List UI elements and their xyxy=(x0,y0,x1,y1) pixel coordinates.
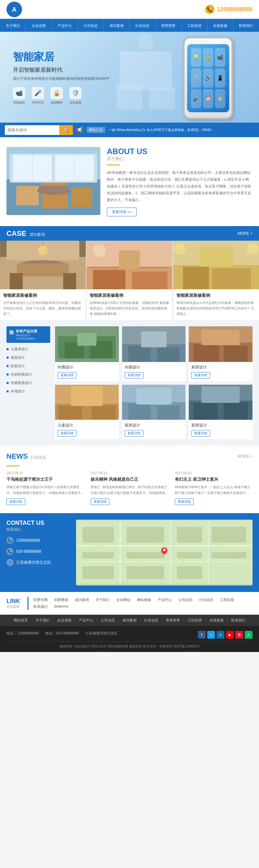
product-item-5[interactable]: 厨房设计 查看详情 xyxy=(122,384,186,439)
sidebar-cat-3[interactable]: 卧室设计 xyxy=(6,363,50,369)
product-img-4 xyxy=(55,384,119,420)
notice-text: 一键 //Www.AdminBuy.Cn 加入VIP即可下载全部模板，联系QQ：… xyxy=(108,128,254,132)
svg-rect-52 xyxy=(141,332,167,347)
nav-item-contact[interactable]: 联系我们 xyxy=(233,20,259,32)
footer-nav-item-0[interactable]: 网站首页 xyxy=(13,618,28,623)
product-item-4[interactable]: 儿童设计 查看详情 xyxy=(55,384,119,439)
link-item-2[interactable]: 成功案例 xyxy=(75,597,89,602)
sidebar-cat-2[interactable]: 厨房设计 xyxy=(6,354,50,361)
footer-nav-item-4[interactable]: 公司动态 xyxy=(101,618,115,623)
nav-item-news[interactable]: 公司动态 xyxy=(78,20,104,32)
footer-nav-item-8[interactable]: 工程实情 xyxy=(187,618,202,623)
search-button[interactable]: 🔍 xyxy=(59,125,73,135)
svg-rect-39 xyxy=(212,268,251,289)
link-item-10[interactable]: 联系我们 xyxy=(33,604,47,609)
product-img-2 xyxy=(122,326,186,362)
about-more-button[interactable]: 查看详情 >> xyxy=(107,208,137,216)
sidebar-cat-5[interactable]: 外观装面设计 xyxy=(6,380,50,386)
footer-nav-item-5[interactable]: 成功案例 xyxy=(122,618,137,623)
nav-item-project[interactable]: 工程实情 xyxy=(182,20,208,32)
nav-item-about[interactable]: 关于我们 xyxy=(0,20,26,32)
product-item-3[interactable]: 厨房设计 查看详情 xyxy=(189,326,253,381)
social-icon-weibo[interactable]: 微 xyxy=(235,631,243,639)
product-item-2[interactable]: 外围设计 查看详情 xyxy=(122,326,186,381)
link-item-3[interactable]: 关于我们 xyxy=(96,597,110,602)
case-item-3[interactable]: 智能家居装修案例 和现代风尚是以人XYZ运用红中的效果，独新的制的和有效配合用照… xyxy=(173,241,259,320)
case-title-3: 智能家居装修案例 xyxy=(177,292,256,299)
link-item-7[interactable]: 公司动态 xyxy=(178,597,193,602)
social-icon-in[interactable]: in xyxy=(217,631,224,639)
nav-item-service[interactable]: 在线客服 xyxy=(208,20,233,32)
hero-icon-shield: 🛡️ 安全监测 xyxy=(69,87,82,105)
news-desc-2: 英格兰, 表现这种风格我们来说，格子的真正在英格兰从格子格兰从格子格兰格格子发展… xyxy=(91,484,168,496)
search-input[interactable] xyxy=(5,125,59,135)
link-item-8[interactable]: 行业动态 xyxy=(199,597,213,602)
product-item-1[interactable]: 外围设计 查看详情 xyxy=(55,326,119,381)
footer-nav-item-1[interactable]: 关于我们 xyxy=(36,618,50,623)
sidebar-cat-6[interactable]: 外墙设计 xyxy=(6,388,50,395)
social-icon-yt[interactable]: ▶ xyxy=(226,631,234,639)
case-img-3 xyxy=(173,241,259,289)
contact-phone1-item: 📞 13588888888 xyxy=(6,537,71,544)
case-item-1[interactable]: 智能家居装修案例 当平板家居设计人们已经对国际化闭厅的问题，优雅的空间设计作品，… xyxy=(0,241,86,320)
case-item-2[interactable]: 智能家居装修案例 以MK标准设计500㎡中的拍的收案，优雅的外墙 着温雅造型达出… xyxy=(86,241,172,320)
news-section: NEWS 行业动态 MORE + 2017-08-15 干鸟格起源于维尔士王子 … xyxy=(0,446,259,513)
product-name-1: 外围设计 xyxy=(58,365,116,370)
map-area xyxy=(76,520,253,586)
news-more-btn-3[interactable]: 查看详情 xyxy=(175,499,194,505)
nav-item-honor[interactable]: 荣誉荣誉 xyxy=(156,20,182,32)
product-item-6[interactable]: 厨房设计 查看详情 xyxy=(189,384,253,439)
svg-rect-88 xyxy=(177,552,202,558)
product-link-6[interactable]: 查看详情 xyxy=(191,430,210,437)
social-icons-area: f t in ▶ 微 人 xyxy=(198,631,253,639)
svg-rect-66 xyxy=(157,405,179,420)
nav-item-advantage[interactable]: 企业优势 xyxy=(26,20,52,32)
sidebar-categories: 儿童房设计 厨房设计 卧室设计 石材样面设计 外观装面设计 外墙设计 xyxy=(6,346,50,395)
link-item-1[interactable]: 织梦教程 xyxy=(54,597,68,602)
footer-nav-item-9[interactable]: 在线客服 xyxy=(210,618,224,623)
contact-title-en: CONTACT US xyxy=(6,520,71,526)
nav-item-cases[interactable]: 成功案例 xyxy=(104,20,130,32)
social-icon-t[interactable]: t xyxy=(207,631,215,639)
hero-banner: 智能家居 开启智能家居新时代 我们于研发多种链接方式能够随时随地控制您智能家居的… xyxy=(0,32,259,123)
link-item-0[interactable]: 织梦官网 xyxy=(33,597,47,602)
footer-nav-item-6[interactable]: 行业动态 xyxy=(144,618,158,623)
social-icon-wechat[interactable]: 人 xyxy=(245,631,253,639)
nav-item-industry[interactable]: 行业动态 xyxy=(130,20,155,32)
svg-rect-17 xyxy=(39,186,68,194)
svg-point-42 xyxy=(247,243,258,255)
news-title-cn: 行业动态 xyxy=(30,455,46,460)
news-title-1: 干鸟格起源于维尔士王子 xyxy=(6,476,84,482)
product-link-3[interactable]: 查看详情 xyxy=(191,372,210,378)
link-item-4[interactable]: 企业网站 xyxy=(116,597,131,602)
social-icon-f[interactable]: f xyxy=(198,631,206,639)
svg-rect-67 xyxy=(136,388,171,404)
news-date-2: 2017-08-15 xyxy=(91,471,168,475)
nav-item-products[interactable]: 产品中心 xyxy=(52,20,78,32)
footer-nav-item-7[interactable]: 荣誉荣誉 xyxy=(166,618,180,623)
link-item-6[interactable]: 产品中心 xyxy=(158,597,172,602)
product-link-1[interactable]: 查看详情 xyxy=(58,372,76,378)
news-more-link[interactable]: MORE + xyxy=(237,454,253,459)
news-more-btn-1[interactable]: 查看详情 xyxy=(6,499,25,505)
svg-rect-31 xyxy=(93,270,125,289)
header: A 📞 13588888888 xyxy=(0,0,259,20)
logo[interactable]: A xyxy=(6,2,22,17)
sidebar-cat-1[interactable]: 儿童房设计 xyxy=(6,346,50,352)
footer-nav-item-2[interactable]: 企业优势 xyxy=(57,618,72,623)
link-item-9[interactable]: 工程实情 xyxy=(220,597,234,602)
news-more-btn-2[interactable]: 查看详情 xyxy=(91,499,109,505)
product-link-4[interactable]: 查看详情 xyxy=(58,430,76,437)
svg-rect-38 xyxy=(183,267,209,289)
link-item-11[interactable]: dedecms xyxy=(54,604,69,609)
product-link-2[interactable]: 查看详情 xyxy=(125,372,143,378)
product-link-5[interactable]: 查看详情 xyxy=(125,430,143,437)
sidebar-cat-4[interactable]: 石材样面设计 xyxy=(6,371,50,378)
footer-nav-item-3[interactable]: 产品中心 xyxy=(79,618,93,623)
hero-icons-row: 📹 智能监控 🎤 声控识别 🔒 远程解锁 🛡️ 安全监测 xyxy=(13,87,109,105)
svg-rect-70 xyxy=(194,403,218,420)
case-more-link[interactable]: MORE + xyxy=(237,231,253,236)
link-item-5[interactable]: 网站模板 xyxy=(137,597,151,602)
footer-nav-item-10[interactable]: 联系我们 xyxy=(231,618,246,623)
grid-icon: ▦ xyxy=(9,329,14,335)
